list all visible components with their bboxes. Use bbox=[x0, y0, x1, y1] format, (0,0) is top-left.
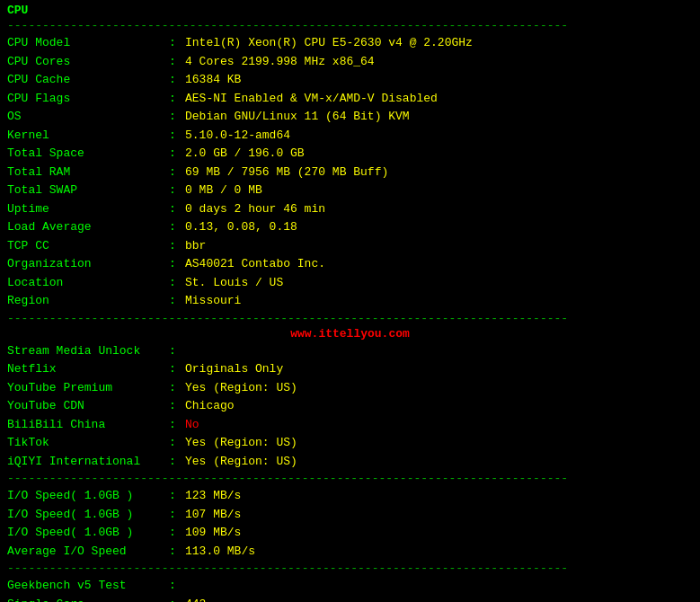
colon: : bbox=[169, 292, 182, 310]
cpu-label: OS bbox=[7, 108, 169, 126]
colon: : bbox=[169, 487, 182, 505]
cpu-value: 0.13, 0.08, 0.18 bbox=[185, 218, 297, 236]
cpu-row: TCP CC: bbr bbox=[7, 237, 693, 255]
colon: : bbox=[169, 577, 182, 595]
cpu-row: Location: St. Louis / US bbox=[7, 274, 693, 292]
cpu-value: AES-NI Enabled & VM-x/AMD-V Disabled bbox=[185, 90, 438, 108]
colon: : bbox=[169, 108, 182, 126]
stream-row: Netflix: Originals Only bbox=[7, 360, 693, 378]
colon: : bbox=[169, 90, 182, 108]
colon: : bbox=[169, 274, 182, 292]
cpu-label: CPU Cache bbox=[7, 71, 169, 89]
cpu-section: CPU Model: Intel(R) Xeon(R) CPU E5-2630 … bbox=[7, 34, 693, 310]
geekbench-section: Geekbench v5 Test: Single Core: 443 Mult… bbox=[7, 577, 693, 602]
watermark: www.ittellyou.com bbox=[7, 327, 693, 341]
colon: : bbox=[169, 71, 182, 89]
divider-after-stream: ----------------------------------------… bbox=[7, 472, 693, 485]
io-label: I/O Speed( 1.0GB ) bbox=[7, 524, 169, 542]
colon: : bbox=[169, 543, 182, 561]
colon: : bbox=[169, 342, 182, 360]
io-row: Average I/O Speed: 113.0 MB/s bbox=[7, 543, 693, 561]
cpu-row: CPU Flags: AES-NI Enabled & VM-x/AMD-V D… bbox=[7, 90, 693, 108]
geekbench-row: Single Core: 443 bbox=[7, 596, 693, 603]
colon: : bbox=[169, 237, 182, 255]
io-label: I/O Speed( 1.0GB ) bbox=[7, 487, 169, 505]
io-row: I/O Speed( 1.0GB ): 107 MB/s bbox=[7, 506, 693, 524]
stream-value: Originals Only bbox=[185, 360, 283, 378]
stream-value: Chicago bbox=[185, 397, 235, 415]
stream-label: YouTube CDN bbox=[7, 397, 169, 415]
stream-row: YouTube Premium: Yes (Region: US) bbox=[7, 379, 693, 397]
colon: : bbox=[169, 255, 182, 273]
geekbench-header-label: Geekbench v5 Test bbox=[7, 577, 169, 595]
geekbench-value: 443 bbox=[185, 596, 206, 603]
cpu-label: Total RAM bbox=[7, 164, 169, 181]
cpu-row: OS: Debian GNU/Linux 11 (64 Bit) KVM bbox=[7, 108, 693, 126]
io-section: I/O Speed( 1.0GB ): 123 MB/sI/O Speed( 1… bbox=[7, 487, 693, 560]
divider-after-io: ----------------------------------------… bbox=[7, 562, 693, 575]
stream-section: Stream Media Unlock: Netflix: Originals … bbox=[7, 342, 693, 471]
colon: : bbox=[169, 181, 182, 199]
stream-label: Netflix bbox=[7, 360, 169, 378]
io-value: 123 MB/s bbox=[185, 487, 241, 505]
colon: : bbox=[169, 34, 182, 52]
colon: : bbox=[169, 53, 182, 71]
divider-top: ----------------------------------------… bbox=[7, 19, 693, 32]
cpu-value: 0 MB / 0 MB bbox=[185, 181, 262, 199]
cpu-row: Total SWAP: 0 MB / 0 MB bbox=[7, 181, 693, 199]
colon: : bbox=[169, 397, 182, 415]
cpu-label: Kernel bbox=[7, 127, 169, 145]
cpu-value: St. Louis / US bbox=[185, 274, 283, 292]
colon: : bbox=[169, 434, 182, 452]
cpu-value: 16384 KB bbox=[185, 71, 241, 89]
cpu-label: Load Average bbox=[7, 218, 169, 236]
cpu-row: Load Average: 0.13, 0.08, 0.18 bbox=[7, 218, 693, 236]
cpu-row: CPU Cores: 4 Cores 2199.998 MHz x86_64 bbox=[7, 53, 693, 71]
colon: : bbox=[169, 596, 182, 603]
title-bar: CPU bbox=[7, 4, 693, 17]
cpu-value: 5.10.0-12-amd64 bbox=[185, 127, 290, 145]
colon: : bbox=[169, 127, 182, 145]
cpu-row: Kernel: 5.10.0-12-amd64 bbox=[7, 127, 693, 145]
cpu-value: 0 days 2 hour 46 min bbox=[185, 200, 325, 218]
colon: : bbox=[169, 379, 182, 397]
cpu-label: CPU Flags bbox=[7, 90, 169, 108]
geekbench-header-row: Geekbench v5 Test: bbox=[7, 577, 693, 595]
cpu-label: Location bbox=[7, 274, 169, 292]
cpu-label: Uptime bbox=[7, 200, 169, 218]
cpu-value: 69 MB / 7956 MB (270 MB Buff) bbox=[185, 164, 388, 181]
colon: : bbox=[169, 200, 182, 218]
io-label: Average I/O Speed bbox=[7, 543, 169, 561]
io-label: I/O Speed( 1.0GB ) bbox=[7, 506, 169, 524]
io-value: 107 MB/s bbox=[185, 506, 241, 524]
io-row: I/O Speed( 1.0GB ): 109 MB/s bbox=[7, 524, 693, 542]
stream-label: YouTube Premium bbox=[7, 379, 169, 397]
cpu-row: CPU Cache: 16384 KB bbox=[7, 71, 693, 89]
stream-row: YouTube CDN: Chicago bbox=[7, 397, 693, 415]
cpu-row: Region: Missouri bbox=[7, 292, 693, 310]
cpu-row: CPU Model: Intel(R) Xeon(R) CPU E5-2630 … bbox=[7, 34, 693, 52]
stream-row: BiliBili China: No bbox=[7, 416, 693, 434]
stream-header-label: Stream Media Unlock bbox=[7, 342, 169, 360]
colon: : bbox=[169, 524, 182, 542]
colon: : bbox=[169, 416, 182, 434]
colon: : bbox=[169, 360, 182, 378]
cpu-value: 4 Cores 2199.998 MHz x86_64 bbox=[185, 53, 375, 71]
io-value: 113.0 MB/s bbox=[185, 543, 255, 561]
stream-row: TikTok: Yes (Region: US) bbox=[7, 434, 693, 452]
geekbench-label: Single Core bbox=[7, 596, 169, 603]
stream-value: Yes (Region: US) bbox=[185, 434, 297, 452]
colon: : bbox=[169, 145, 182, 163]
io-row: I/O Speed( 1.0GB ): 123 MB/s bbox=[7, 487, 693, 505]
stream-value: Yes (Region: US) bbox=[185, 379, 297, 397]
cpu-label: CPU Cores bbox=[7, 53, 169, 71]
cpu-label: TCP CC bbox=[7, 237, 169, 255]
cpu-value: Intel(R) Xeon(R) CPU E5-2630 v4 @ 2.20GH… bbox=[185, 34, 473, 52]
stream-label: TikTok bbox=[7, 434, 169, 452]
cpu-value: bbr bbox=[185, 237, 206, 255]
cpu-label: Organization bbox=[7, 255, 169, 273]
io-value: 109 MB/s bbox=[185, 524, 241, 542]
cpu-label: Total Space bbox=[7, 145, 169, 163]
cpu-value: AS40021 Contabo Inc. bbox=[185, 255, 325, 273]
divider-after-cpu: ----------------------------------------… bbox=[7, 312, 693, 325]
